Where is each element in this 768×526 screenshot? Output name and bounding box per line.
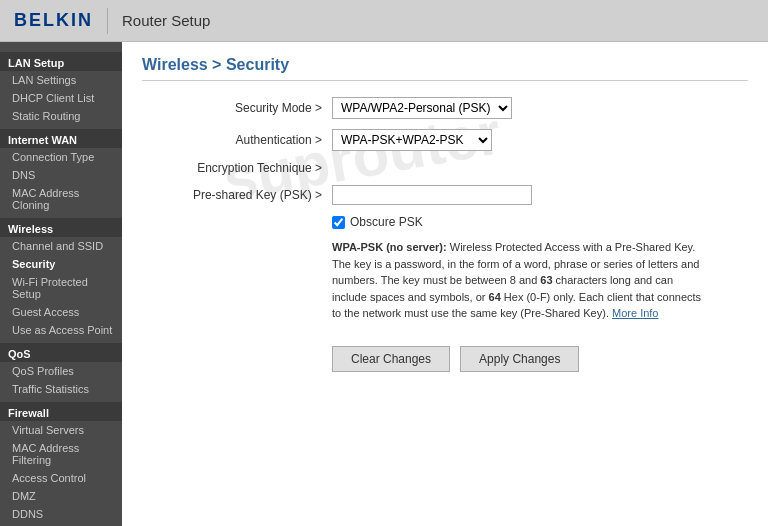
encryption-row: Encryption Technique > (142, 161, 748, 175)
sidebar-item-mac-address-filtering[interactable]: MAC Address Filtering (0, 439, 122, 469)
sidebar-section-qos: QoS (0, 343, 122, 362)
description-box: WPA-PSK (no server): Wireless Protected … (332, 239, 702, 322)
sidebar-item-use-as-access-point[interactable]: Use as Access Point (0, 321, 122, 339)
sidebar-item-dns[interactable]: DNS (0, 166, 122, 184)
more-info-link[interactable]: More Info (612, 307, 658, 319)
sidebar-section-lan-setup: LAN Setup (0, 52, 122, 71)
sidebar-section-firewall: Firewall (0, 402, 122, 421)
encryption-label: Encryption Technique > (142, 161, 332, 175)
sidebar-section-internet-wan: Internet WAN (0, 129, 122, 148)
form-area: Security Mode > WPA/WPA2-Personal (PSK)N… (142, 97, 748, 372)
clear-changes-button[interactable]: Clear Changes (332, 346, 450, 372)
sidebar-item-mac-address-cloning[interactable]: MAC Address Cloning (0, 184, 122, 214)
layout: LAN SetupLAN SettingsDHCP Client ListSta… (0, 42, 768, 526)
psk-row: Pre-shared Key (PSK) > (142, 185, 748, 205)
header: BELKIN Router Setup (0, 0, 768, 42)
security-mode-row: Security Mode > WPA/WPA2-Personal (PSK)N… (142, 97, 748, 119)
obscure-psk-row: Obscure PSK (332, 215, 748, 229)
psk-input[interactable] (332, 185, 532, 205)
authentication-select[interactable]: WPA-PSK+WPA2-PSKWPA-PSKWPA2-PSK (332, 129, 492, 151)
sidebar-item-qos-profiles[interactable]: QoS Profiles (0, 362, 122, 380)
sidebar-item-security[interactable]: Security (0, 255, 122, 273)
sidebar-item-traffic-statistics[interactable]: Traffic Statistics (0, 380, 122, 398)
sidebar-item-access-control[interactable]: Access Control (0, 469, 122, 487)
sidebar-item-lan-settings[interactable]: LAN Settings (0, 71, 122, 89)
sidebar-item-guest-access[interactable]: Guest Access (0, 303, 122, 321)
apply-changes-button[interactable]: Apply Changes (460, 346, 579, 372)
sidebar-item-dhcp-client-list[interactable]: DHCP Client List (0, 89, 122, 107)
sidebar-item-virtual-servers[interactable]: Virtual Servers (0, 421, 122, 439)
main-content: suprouter Wireless > Security Security M… (122, 42, 768, 526)
sidebar-item-dmz[interactable]: DMZ (0, 487, 122, 505)
authentication-label: Authentication > (142, 133, 332, 147)
sidebar-item-channel-and-ssid[interactable]: Channel and SSID (0, 237, 122, 255)
brand-logo: BELKIN (14, 10, 93, 31)
sidebar-item-wi-fi-protected-setup[interactable]: Wi-Fi Protected Setup (0, 273, 122, 303)
obscure-psk-label: Obscure PSK (350, 215, 423, 229)
sidebar-item-static-routing[interactable]: Static Routing (0, 107, 122, 125)
authentication-control: WPA-PSK+WPA2-PSKWPA-PSKWPA2-PSK (332, 129, 748, 151)
sidebar-item-connection-type[interactable]: Connection Type (0, 148, 122, 166)
header-title: Router Setup (122, 12, 210, 29)
security-mode-label: Security Mode > (142, 101, 332, 115)
header-divider (107, 8, 108, 34)
obscure-psk-checkbox[interactable] (332, 216, 345, 229)
security-mode-select[interactable]: WPA/WPA2-Personal (PSK)NoneWEPWPA-Person… (332, 97, 512, 119)
page-title: Wireless > Security (142, 56, 748, 81)
button-row: Clear Changes Apply Changes (332, 346, 748, 372)
psk-control (332, 185, 748, 205)
security-mode-control: WPA/WPA2-Personal (PSK)NoneWEPWPA-Person… (332, 97, 748, 119)
sidebar: LAN SetupLAN SettingsDHCP Client ListSta… (0, 42, 122, 526)
description-bold: WPA-PSK (no server): (332, 241, 447, 253)
sidebar-item-ddns[interactable]: DDNS (0, 505, 122, 523)
sidebar-section-wireless: Wireless (0, 218, 122, 237)
psk-label: Pre-shared Key (PSK) > (142, 188, 332, 202)
authentication-row: Authentication > WPA-PSK+WPA2-PSKWPA-PSK… (142, 129, 748, 151)
